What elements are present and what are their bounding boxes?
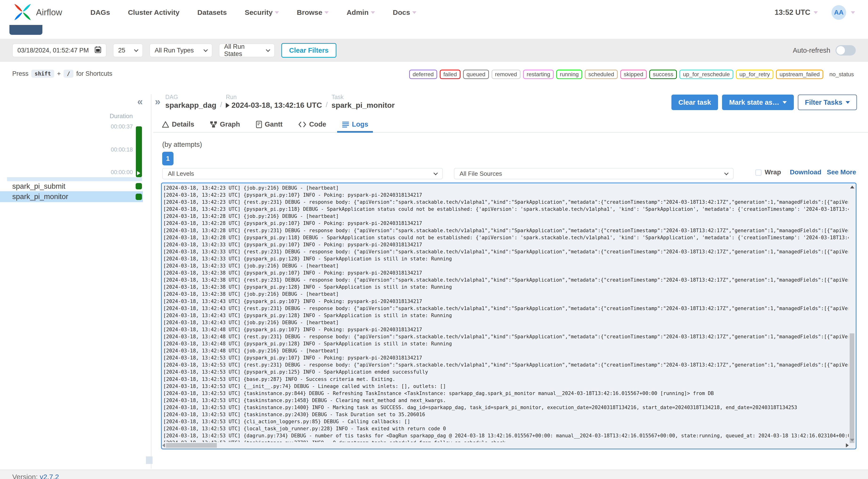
tab-gantt[interactable]: Gantt bbox=[256, 117, 283, 132]
task-list: spark_pi_submitspark_pi_monitor bbox=[0, 181, 143, 202]
nav-item-label: Browse bbox=[297, 8, 322, 17]
version-link[interactable]: v2.7.2 bbox=[40, 473, 59, 479]
task-state-square[interactable] bbox=[135, 194, 142, 200]
download-link[interactable]: Download bbox=[790, 168, 822, 176]
log-line: [2024-03-18, 13:42:33 UTC] {rest.py:231}… bbox=[163, 248, 849, 255]
log-line: [2024-03-18, 13:42:53 UTC] {taskinstance… bbox=[163, 439, 849, 442]
nav-item-label: Docs bbox=[393, 8, 410, 17]
calendar-icon[interactable] bbox=[95, 46, 101, 55]
nav-item-admin[interactable]: Admin bbox=[346, 8, 375, 17]
base-date-value: 03/18/2024, 01:52:47 PM bbox=[18, 47, 89, 54]
log-lines: [2024-03-18, 13:42:23 UTC] {job.py:216} … bbox=[163, 185, 849, 442]
log-output-pane[interactable]: [2024-03-18, 13:42:23 UTC] {job.py:216} … bbox=[161, 183, 857, 449]
task-link[interactable]: spark_pi_monitor bbox=[332, 101, 395, 109]
tab-code[interactable]: Code bbox=[298, 117, 326, 132]
app-brand: Airflow bbox=[36, 7, 62, 18]
run-types-value: All Run Types bbox=[155, 47, 194, 54]
scroll-up-arrow-icon[interactable] bbox=[850, 186, 854, 188]
tab-graph[interactable]: Graph bbox=[210, 117, 240, 132]
task-state-square[interactable] bbox=[135, 183, 142, 189]
status-badge-scheduled[interactable]: scheduled bbox=[585, 70, 618, 79]
horizontal-scrollbar[interactable] bbox=[162, 443, 849, 448]
status-badge-removed[interactable]: removed bbox=[492, 70, 521, 79]
attempt-1-button[interactable]: 1 bbox=[162, 152, 174, 165]
run-link[interactable]: 2024-03-18, 13:42:16 UTC bbox=[226, 101, 322, 109]
log-line: [2024-03-18, 13:42:53 UTC] {rest.py:231}… bbox=[163, 361, 849, 369]
filter-tasks-button[interactable]: Filter Tasks bbox=[798, 95, 857, 110]
log-line: [2024-03-18, 13:42:53 UTC] {pyspark_pi.p… bbox=[163, 369, 849, 376]
nav-item-browse[interactable]: Browse bbox=[297, 8, 329, 17]
log-source-select[interactable]: All File Sources bbox=[454, 168, 734, 179]
log-line: [2024-03-18, 13:42:23 UTC] {job.py:216} … bbox=[163, 185, 849, 192]
scroll-right-arrow-icon[interactable] bbox=[846, 443, 849, 447]
mark-state-button[interactable]: Mark state as… bbox=[722, 95, 794, 110]
log-line: [2024-03-18, 13:42:23 UTC] {rest.py:231}… bbox=[163, 198, 849, 205]
task-row-spark-pi-monitor[interactable]: spark_pi_monitor bbox=[0, 191, 143, 202]
see-more-link[interactable]: See More bbox=[827, 168, 856, 176]
nav-item-datasets[interactable]: Datasets bbox=[197, 8, 227, 17]
detail-tabs: DetailsGraphGanttCodeLogs bbox=[153, 117, 868, 133]
status-badge-failed[interactable]: failed bbox=[440, 70, 460, 79]
utc-clock[interactable]: 13:52 UTC bbox=[775, 8, 810, 17]
status-badge-success[interactable]: success bbox=[649, 70, 677, 79]
caret-down-icon bbox=[371, 11, 375, 14]
shortcuts-prefix: Press bbox=[12, 70, 29, 77]
collapse-sidebar-button[interactable]: « bbox=[137, 96, 143, 107]
avatar-caret-icon[interactable] bbox=[851, 11, 855, 14]
nav-item-security[interactable]: Security bbox=[245, 8, 279, 17]
wrap-checkbox[interactable] bbox=[755, 169, 762, 176]
auto-refresh-toggle[interactable] bbox=[836, 45, 856, 56]
base-date-input[interactable]: 03/18/2024, 01:52:47 PM bbox=[12, 43, 106, 57]
log-line: [2024-03-18, 13:42:28 UTC] {pyspark_pi.p… bbox=[163, 234, 849, 241]
nav-item-docs[interactable]: Docs bbox=[393, 8, 416, 17]
scroll-left-arrow-icon[interactable] bbox=[162, 443, 165, 447]
status-badge-deferred[interactable]: deferred bbox=[409, 70, 437, 79]
tab-details[interactable]: Details bbox=[162, 117, 194, 132]
log-line: [2024-03-18, 13:42:23 UTC] {pyspark_pi.p… bbox=[163, 192, 849, 198]
status-badge-running[interactable]: running bbox=[556, 70, 582, 79]
duration-tick: 00:00:00 bbox=[0, 169, 133, 175]
run-duration-bar[interactable] bbox=[136, 126, 142, 177]
task-label: Task bbox=[332, 94, 395, 100]
avatar[interactable]: AA bbox=[832, 5, 846, 20]
status-badge-upstream-failed[interactable]: upstream_failed bbox=[776, 70, 823, 79]
status-badge-up-for-retry[interactable]: up_for_retry bbox=[736, 70, 773, 79]
mark-state-label: Mark state as… bbox=[729, 99, 779, 106]
status-badge-up-for-reschedule[interactable]: up_for_reschedule bbox=[679, 70, 733, 79]
chevron-down-icon bbox=[724, 171, 728, 175]
status-badge-restarting[interactable]: restarting bbox=[523, 70, 554, 79]
chevron-down-icon bbox=[204, 47, 208, 52]
log-source-value: All File Sources bbox=[460, 170, 502, 178]
vertical-scrollbar-thumb[interactable] bbox=[850, 333, 854, 443]
details-icon bbox=[162, 121, 169, 128]
clear-task-button[interactable]: Clear task bbox=[672, 95, 718, 110]
status-badge-queued[interactable]: queued bbox=[463, 70, 489, 79]
task-name: spark_pi_submit bbox=[12, 182, 65, 191]
run-states-select[interactable]: All Run States bbox=[219, 43, 275, 57]
tab-logs[interactable]: Logs bbox=[342, 117, 368, 132]
scroll-down-arrow-icon[interactable] bbox=[850, 439, 854, 442]
log-level-select[interactable]: All Levels bbox=[162, 168, 443, 179]
dag-link[interactable]: sparkapp_dag bbox=[165, 101, 216, 109]
run-filter-bar: 03/18/2024, 01:52:47 PM 25 All Run Types… bbox=[0, 39, 868, 62]
clock-caret-icon[interactable] bbox=[814, 11, 818, 14]
vertical-scrollbar[interactable] bbox=[849, 184, 855, 442]
status-badge-skipped[interactable]: skipped bbox=[620, 70, 647, 79]
sidebar-scrollbar-thumb[interactable] bbox=[146, 456, 153, 464]
nav-item-dags[interactable]: DAGs bbox=[90, 8, 110, 17]
tab-label: Gantt bbox=[265, 121, 283, 128]
clear-filters-button[interactable]: Clear Filters bbox=[281, 43, 336, 58]
run-types-select[interactable]: All Run Types bbox=[150, 43, 212, 57]
run-states-value: All Run States bbox=[224, 43, 263, 58]
horizontal-scrollbar-thumb[interactable] bbox=[166, 443, 217, 448]
run-value: 2024-03-18, 13:42:16 UTC bbox=[231, 101, 322, 109]
filter-tasks-label: Filter Tasks bbox=[805, 99, 842, 106]
task-row-spark-pi-submit[interactable]: spark_pi_submit bbox=[0, 181, 143, 191]
expand-panel-button[interactable]: » bbox=[155, 96, 160, 107]
wrap-label: Wrap bbox=[765, 168, 781, 176]
log-line: [2024-03-18, 13:42:53 UTC] {local_task_j… bbox=[163, 425, 849, 432]
nav-item-cluster-activity[interactable]: Cluster Activity bbox=[128, 8, 179, 17]
nav-item-label: DAGs bbox=[90, 8, 110, 17]
status-legend: deferredfailedqueuedremovedrestartingrun… bbox=[409, 70, 858, 79]
page-size-select[interactable]: 25 bbox=[113, 43, 143, 57]
